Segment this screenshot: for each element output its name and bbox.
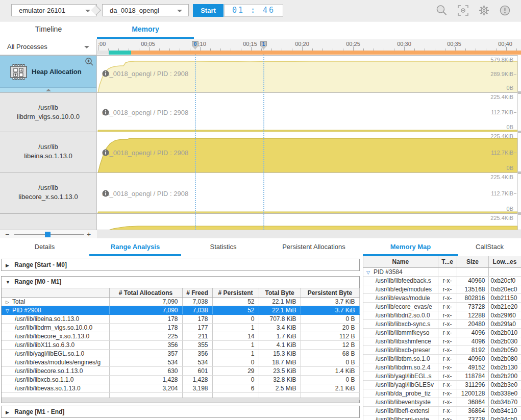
column-header[interactable]: # Persistent [212,288,259,298]
range-row-total[interactable]: ▷Total7,0907,0385222.1 MiB3.7 KiB [2,298,359,306]
memmap-row--usr-lib-edje-modules[interactable]: /usr/lib/edje/modulesr-x-1351680xb20ec0 [363,285,521,294]
row-boundary-handle[interactable] [518,212,521,215]
libeina-chart[interactable]: da_0018_opengl / PID : 2908 225.4KiB 112… [97,132,517,172]
timeline-marker-0[interactable]: 0 [192,41,199,50]
zoom-in-button[interactable]: + [87,230,91,238]
libecore-x-chart[interactable]: da_0018_opengl / PID : 2908 225.4KiB 112… [97,172,517,213]
column-header[interactable]: # Freed [182,288,212,298]
memmap-column-header[interactable]: Size [457,256,488,268]
search-icon[interactable] [435,4,449,17]
timeline-overview-bar[interactable] [97,51,521,55]
expand-collapsed-icon[interactable]: ▷ [6,300,12,305]
range-row--usr-lib-yagl-libegl-so-1-0[interactable]: /usr/lib/yagl/libEGL.so.1.0357356115.3 K… [2,350,359,358]
app-select[interactable]: da_0018_opengl [102,4,189,16]
start-button[interactable]: Start [193,4,224,17]
chart-row-label-heap-allocation[interactable]: Heap Allocation [0,55,97,92]
tab-memory[interactable]: Memory [97,21,194,37]
cell-type: r-x- [438,398,457,407]
cell-value: 356 [109,341,182,350]
memmap-column-header[interactable]: Name [363,256,438,268]
axis-mid-label: 289.9KiB [490,71,513,77]
partial-chart-row[interactable]: 225.4KiB [97,213,517,230]
row-boundary-handle[interactable] [518,171,521,174]
table-scrollbar[interactable] [2,398,359,403]
range-row--usr-lib-libevas-so-1-13-0[interactable]: /usr/lib/libevas.so.1.13.03,2043,19862.5… [2,384,359,393]
tab-callstack[interactable]: CallStack [458,240,521,254]
zoom-slider-handle[interactable] [45,232,51,237]
range-row-pid-2908[interactable]: ▽PID #29087,0907,0385222.1 MiB3.7 KiB [2,306,359,315]
memmap-row-pid-3584[interactable]: ▽PID #3584 [363,268,521,277]
range-row--usr-lib-libecore-so-1-13-0[interactable]: /usr/lib/libecore.so.1.13.06306012923.5 … [2,367,359,376]
tab-statistics[interactable]: Statistics [181,240,265,254]
memmap-row--usr-lib-libmmfkeyso[interactable]: /usr/lib/libmmfkeysor-x-40960xb2b010 [363,329,521,337]
memmap-row--usr-lib-libcapi-syste[interactable]: /usr/lib/libcapi-syster-x-737280xb34cb0 [363,415,521,420]
tab-timeline[interactable]: Timeline [0,21,97,37]
memmap-row--usr-lib-libeventsyste[interactable]: /usr/lib/libeventsyster-x-368640xb34b70 [363,398,521,407]
range-row--usr-lib-libxcb-so-1-1-0[interactable]: /usr/lib/libxcb.so.1.1.01,4281,428032.8 … [2,376,359,384]
libdrm-vigs-chart[interactable]: da_0018_opengl / PID : 2908 225.4KiB 112… [97,92,517,132]
row-name: /usr/lib/libX11.so.6.3.0 [15,341,75,349]
memmap-row--usr-lib-ecore-evas-e[interactable]: /usr/lib/ecore_evas/er-x-737280xb21e20 [363,303,521,311]
column-header-name[interactable] [2,288,109,298]
chevron-down-icon [177,10,182,12]
expand-expanded-icon[interactable]: ▽ [366,270,374,275]
row-boundary-handle[interactable] [518,91,521,94]
device-select[interactable]: emulator-26101 [11,4,97,16]
tab-persistent-allocations[interactable]: Persistent Allocations [265,240,362,254]
row-name: /usr/lib/edje/modules [376,286,432,293]
about-icon[interactable] [498,4,512,17]
range-start-m0-header[interactable]: ▶ Range [Start - M0] [1,259,360,271]
cell-value: 22.1 MiB [259,298,301,306]
chart-row-label-libeina[interactable]: /usr/lib libeina.so.1.13.0 [0,132,97,172]
memmap-row--usr-lib-libxshmfence[interactable]: /usr/lib/libxshmfencer-x-40960xb2b030 [363,337,521,346]
collapse-row-handle[interactable] [0,87,96,92]
cell-value: 22.1 MiB [259,306,301,315]
cell-value: 0 [212,315,259,324]
ruler-major-tick [404,47,405,51]
memmap-column-header[interactable]: Low...es [488,256,521,268]
time-ruler[interactable]: ;0000;0500;1000;1500;2000;2500;3000;3500… [97,39,521,51]
lib-name: libecore_x.so.1.13.0 [0,192,96,202]
memmap-row--usr-lib-yagl-libglesv[interactable]: /usr/lib/yagl/libGLESvr-x-3112960xb2b3e0 [363,381,521,389]
memmap-row--usr-lib-libxcb-sync-s[interactable]: /usr/lib/libxcb-sync.sr-x-204800xb29fa0 [363,320,521,329]
process-filter-select[interactable]: All Processes [0,39,97,55]
range-start-m0-title: Range [Start - M0] [14,261,67,268]
zoom-in-chart-icon[interactable] [85,57,94,68]
memmap-row--usr-lib-libdri2-so-0-0[interactable]: /usr/lib/libdri2.so.0.0r-x-122880xb29f60 [363,311,521,320]
chart-row-label-libdrm-vigs[interactable]: /usr/lib libdrm_vigs.so.10.0.0 [0,92,97,132]
range-row--usr-lib-libx11-so-6-3-0[interactable]: /usr/lib/libX11.so.6.3.035635514.1 KiB12… [2,341,359,350]
column-header[interactable]: Total Byte [259,288,301,298]
expand-expanded-icon[interactable]: ▽ [6,308,12,313]
range-m1-end-header[interactable]: ▶ Range [M1 - End] [1,406,360,418]
range-m0-m1-header[interactable]: ▼ Range [M0 - M1] [2,277,359,288]
memmap-row--usr-lib-libtbm-so-1-0[interactable]: /usr/lib/libtbm.so.1.0r-x-409600xb2b080 [363,355,521,363]
column-header[interactable]: Persistent Byte [301,288,359,298]
memmap-row--usr-lib-libefl-extensi[interactable]: /usr/lib/libefl-extensir-x-368640xb34c10 [363,407,521,415]
range-row--usr-lib-libeina-so-1-13-0[interactable]: /usr/lib/libeina.so.1.13.01781780707.8 K… [2,315,359,324]
memmap-row--usr-lib-libfeedback-s[interactable]: /usr/lib/libfeedback.sr-x-409600xb20cf0 [363,277,521,285]
cell-value: 1.4 KiB [301,367,359,376]
memmap-column-header[interactable]: T...e [438,256,457,268]
settings-icon[interactable] [477,4,491,17]
range-row--usr-lib-evas-modules-engines-g[interactable]: /usr/lib/evas/modules/engines/g534534018… [2,358,359,367]
tab-range-analysis[interactable]: Range Analysis [89,240,181,254]
tab-details[interactable]: Details [0,240,89,254]
zoom-out-button[interactable]: − [5,230,9,238]
memmap-row--usr-lib-evas-module[interactable]: /usr/lib/evas/moduler-x-8028160xb21150 [363,294,521,303]
cell-value: 29 [212,367,259,376]
range-row--usr-lib-libdrm-vigs-so-10-0-0[interactable]: /usr/lib/libdrm_vigs.so.10.0.017817713.4… [2,324,359,332]
chart-row-label-libecore-x[interactable]: /usr/lib libecore_x.so.1.13.0 [0,172,97,213]
row-boundary-handle[interactable] [518,131,521,133]
heap-allocation-chart[interactable]: da_0018_opengl / PID : 2908 579.8KiB 289… [97,55,517,92]
tab-memory-map[interactable]: Memory Map [363,240,458,254]
range-row--usr-lib-libecore-x-so-1-13-0[interactable]: /usr/lib/libecore_x.so.1.13.0225211141.7… [2,332,359,341]
chart-row-label-partial[interactable] [0,213,97,230]
horizontal-scrollbar[interactable] [97,230,521,238]
memmap-row--usr-lib-da-probe-tiz[interactable]: /usr/lib/da_probe_tizr-x-12001280xb338e0 [363,389,521,398]
memmap-row--usr-lib-libdrm-so-2-4[interactable]: /usr/lib/libdrm.so.2.4r-x-491520xb2b130 [363,363,521,372]
memmap-row--usr-lib-yagl-libegl-s[interactable]: /usr/lib/yagl/libEGL.sr-x-1187840xb2b200 [363,372,521,381]
memmap-row--usr-lib-libxcb-preser[interactable]: /usr/lib/libxcb-preserr-x-81920xb2b050 [363,346,521,355]
screenshot-icon[interactable] [456,4,470,17]
column-header[interactable]: # Total Allocations [109,288,182,298]
row-scroll-column[interactable] [517,55,521,230]
